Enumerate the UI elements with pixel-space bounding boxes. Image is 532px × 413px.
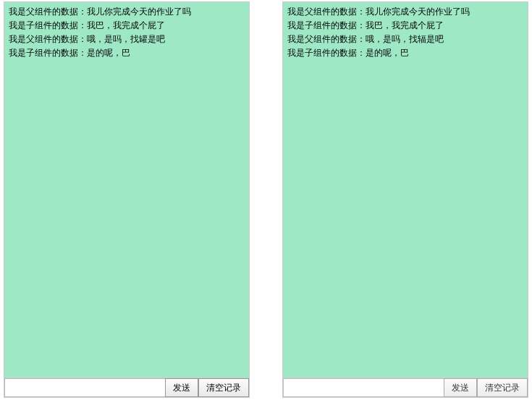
chat-line: 我是子组件的数据：是的呢，巴 xyxy=(9,46,245,59)
chat-panel-right: 我是父组件的数据：我儿你完成今天的作业了吗 我是子组件的数据：我巴，我完成个屁了… xyxy=(282,1,528,398)
input-row-right: 发送 清空记录 xyxy=(283,378,528,397)
chat-line: 我是父组件的数据：我儿你完成今天的作业了吗 xyxy=(287,5,523,18)
chat-line: 我是子组件的数据：我巴，我完成个屁了 xyxy=(9,19,245,32)
chat-message-area-left[interactable]: 我是父组件的数据：我儿你完成今天的作业了吗 我是子组件的数据：我巴，我完成个屁了… xyxy=(4,2,249,378)
chat-line: 我是子组件的数据：是的呢，巴 xyxy=(287,46,523,59)
message-input-right[interactable] xyxy=(283,378,444,397)
input-row-left: 发送 清空记录 xyxy=(4,378,249,397)
chat-line: 我是父组件的数据：哦，是吗，找罐是吧 xyxy=(9,33,245,46)
clear-button-right[interactable]: 清空记录 xyxy=(477,378,528,397)
chat-line: 我是子组件的数据：我巴，我完成个屁了 xyxy=(287,19,523,32)
send-button-left[interactable]: 发送 xyxy=(165,378,198,397)
send-button-right[interactable]: 发送 xyxy=(444,378,477,397)
chat-message-area-right[interactable]: 我是父组件的数据：我儿你完成今天的作业了吗 我是子组件的数据：我巴，我完成个屁了… xyxy=(283,2,528,378)
chat-line: 我是父组件的数据：我儿你完成今天的作业了吗 xyxy=(9,5,245,18)
chat-panel-left: 我是父组件的数据：我儿你完成今天的作业了吗 我是子组件的数据：我巴，我完成个屁了… xyxy=(4,1,250,398)
chat-line: 我是父组件的数据：哦，是吗，找辐是吧 xyxy=(287,33,523,46)
message-input-left[interactable] xyxy=(4,378,165,397)
clear-button-left[interactable]: 清空记录 xyxy=(198,378,249,397)
